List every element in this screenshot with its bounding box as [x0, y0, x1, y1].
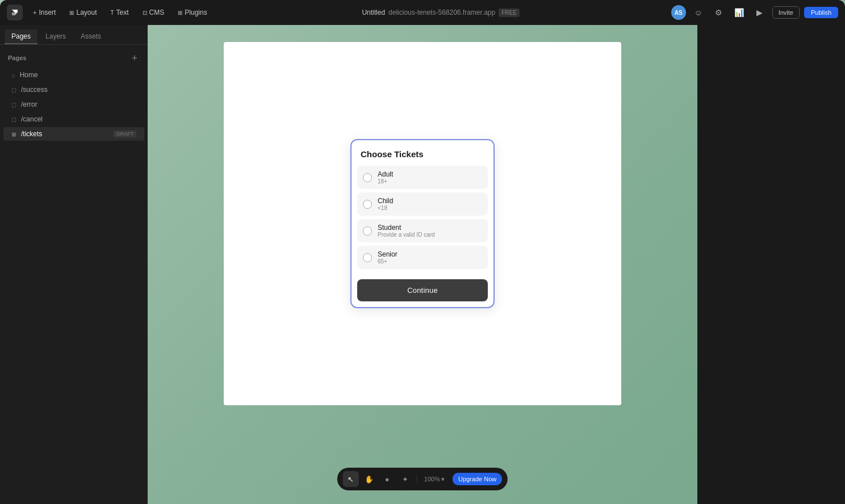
radio-adult[interactable] [363, 173, 372, 182]
ticket-modal: Choose Tickets Adult 18+ Child <18 [350, 139, 495, 308]
text-menu[interactable]: T Text [107, 6, 132, 19]
add-page-button[interactable]: + [129, 53, 140, 63]
modal-options: Adult 18+ Child <18 [352, 166, 493, 275]
topbar: + Insert ⊞ Layout T Text ⊡ CMS ⊞ Plugins… [0, 0, 845, 25]
student-name: Student [378, 224, 435, 232]
layout-menu[interactable]: ⊞ Layout [66, 6, 100, 19]
cms-label: CMS [149, 9, 165, 16]
pages-section-title: Pages [8, 54, 26, 61]
page-home-label: Home [20, 71, 136, 79]
child-name: Child [378, 197, 393, 205]
text-label: Text [116, 9, 129, 16]
topbar-left: + Insert ⊞ Layout T Text ⊡ CMS ⊞ Plugins [7, 5, 211, 20]
plugins-icon: ⊞ [178, 10, 182, 16]
sidebar-tabs: Pages Layers Assets [0, 25, 148, 45]
sidebar-item-error[interactable]: ◻ /error [3, 98, 144, 111]
toolbar-divider [417, 474, 417, 484]
sidebar: Pages Layers Assets Pages + ⌂ Home ◻ /su… [0, 25, 148, 504]
option-adult-text: Adult 18+ [378, 170, 393, 184]
upgrade-button[interactable]: Upgrade Now [453, 473, 502, 485]
plan-badge: FREE [499, 9, 520, 17]
child-desc: <18 [378, 205, 393, 211]
preview-icon[interactable]: ▶ [752, 5, 768, 20]
sidebar-item-cancel[interactable]: ◻ /cancel [3, 112, 144, 126]
plus-icon: + [33, 9, 36, 16]
page-icon: ◻ [11, 86, 16, 94]
tab-pages[interactable]: Pages [5, 30, 37, 44]
adult-name: Adult [378, 170, 393, 178]
page-icon: ◻ [11, 116, 16, 123]
zoom-chevron-icon: ▾ [441, 476, 445, 483]
project-url: delicious-tenets-568206.framer.app [388, 9, 495, 16]
user-avatar[interactable]: AS [671, 5, 686, 20]
right-panel [697, 25, 845, 504]
main-area: Pages Layers Assets Pages + ⌂ Home ◻ /su… [0, 25, 845, 504]
cms-menu[interactable]: ⊡ CMS [139, 6, 168, 19]
topbar-right: AS ☺ ⚙ 📊 ▶ Invite Publish [671, 5, 838, 20]
publish-button[interactable]: Publish [804, 7, 838, 18]
plugins-label: Plugins [185, 9, 207, 16]
pages-section-header: Pages + [0, 45, 148, 68]
radio-child[interactable] [363, 200, 372, 209]
project-name: Untitled [362, 9, 385, 16]
insert-label: Insert [39, 9, 56, 16]
emoji-icon[interactable]: ☺ [691, 5, 706, 20]
tab-layers[interactable]: Layers [39, 30, 73, 44]
layout-label: Layout [76, 9, 97, 16]
tab-assets[interactable]: Assets [74, 30, 108, 44]
insert-menu[interactable]: + Insert [30, 6, 59, 19]
topbar-center: Untitled delicious-tenets-568206.framer.… [220, 9, 662, 17]
student-desc: Provide a valid ID card [378, 232, 435, 238]
continue-button[interactable]: Continue [357, 279, 488, 301]
analytics-icon[interactable]: 📊 [731, 5, 747, 20]
settings-icon[interactable]: ⚙ [711, 5, 727, 20]
senior-desc: 65+ [378, 258, 398, 264]
option-student-text: Student Provide a valid ID card [378, 224, 435, 238]
sidebar-item-tickets[interactable]: ◼ /tickets DRAFT [3, 127, 144, 141]
cms-icon: ⊡ [143, 10, 147, 16]
draft-badge: DRAFT [114, 131, 136, 137]
option-senior[interactable]: Senior 65+ [357, 246, 488, 269]
canvas-area[interactable]: Choose Tickets Adult 18+ Child <18 [148, 25, 697, 504]
shape-tool-button[interactable]: ● [379, 471, 395, 487]
page-error-label: /error [21, 100, 136, 108]
layout-icon: ⊞ [69, 10, 74, 16]
sidebar-item-success[interactable]: ◻ /success [3, 83, 144, 96]
sidebar-item-home[interactable]: ⌂ Home [3, 68, 144, 82]
canvas-page: Choose Tickets Adult 18+ Child <18 [224, 42, 621, 405]
modal-title: Choose Tickets [352, 140, 493, 166]
plugins-menu[interactable]: ⊞ Plugins [174, 6, 210, 19]
light-tool-button[interactable]: ✦ [398, 471, 413, 487]
option-child-text: Child <18 [378, 197, 393, 211]
framer-logo-button[interactable] [7, 5, 23, 20]
page-tickets-label: /tickets [21, 130, 109, 138]
page-success-label: /success [21, 86, 136, 94]
option-student[interactable]: Student Provide a valid ID card [357, 219, 488, 242]
adult-desc: 18+ [378, 178, 393, 184]
bottom-toolbar: ↖ ✋ ● ✦ 100% ▾ Upgrade Now [337, 468, 508, 490]
text-icon: T [110, 10, 114, 16]
option-senior-text: Senior 65+ [378, 250, 398, 264]
page-icon: ◻ [11, 101, 16, 108]
radio-senior[interactable] [363, 253, 372, 262]
home-icon: ⌂ [11, 72, 15, 78]
option-adult[interactable]: Adult 18+ [357, 166, 488, 189]
invite-button[interactable]: Invite [772, 6, 800, 19]
hand-tool-button[interactable]: ✋ [361, 471, 377, 487]
senior-name: Senior [378, 250, 398, 258]
modal-footer: Continue [352, 275, 493, 307]
zoom-control[interactable]: 100% ▾ [421, 476, 448, 483]
cursor-tool-button[interactable]: ↖ [343, 471, 359, 487]
option-child[interactable]: Child <18 [357, 192, 488, 216]
page-cancel-label: /cancel [21, 115, 136, 123]
zoom-level: 100% [424, 476, 440, 482]
page-icon: ◼ [11, 131, 16, 138]
radio-student[interactable] [363, 226, 372, 236]
